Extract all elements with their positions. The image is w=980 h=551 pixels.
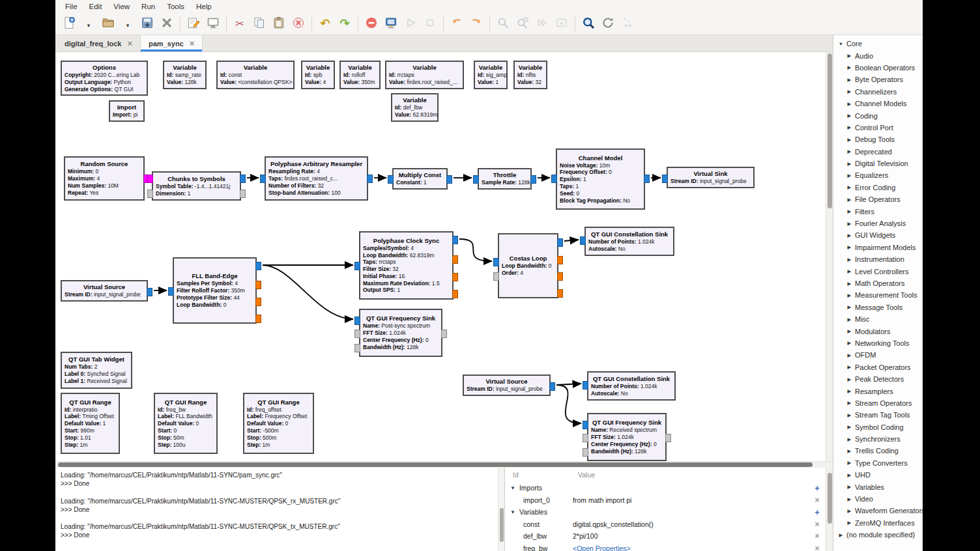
library-category-gui-widgets[interactable]: ▶GUI Widgets [833,229,923,241]
block-options[interactable]: OptionsCopyright: 2020 C...ering LabOutp… [61,61,148,96]
chevron-collapsed-icon[interactable]: ▶ [846,148,853,154]
library-category-error-coding[interactable]: ▶Error Coding [833,182,923,193]
fast-forward-button[interactable] [532,15,552,33]
menu-help[interactable]: Help [190,1,218,12]
library-category-zeromq-interfaces[interactable]: ▶ZeroMQ Interfaces [833,517,923,529]
chevron-collapsed-icon[interactable]: ▶ [846,520,853,526]
blue-port-in[interactable] [551,175,557,183]
gray-port-out[interactable] [441,330,447,338]
chevron-collapsed-icon[interactable]: ▶ [846,161,853,167]
chevron-collapsed-icon[interactable]: ▶ [846,137,853,143]
library-category-core[interactable]: ▼Core [833,38,923,49]
tab-close-icon[interactable]: × [190,38,195,48]
menu-file[interactable]: File [59,1,83,12]
library-category-level-controllers[interactable]: ▶Level Controllers [833,265,923,277]
menu-view[interactable]: View [108,1,136,12]
library-category-video[interactable]: ▶Video [833,493,923,505]
add-button[interactable]: + [809,483,826,493]
block-polyphase-arbitrary-resampler[interactable]: Polyphase Arbitrary ResamplerResampling … [265,156,368,201]
blue-port-out[interactable] [549,382,555,391]
chevron-collapsed-icon[interactable]: ▶ [846,208,853,214]
chevron-collapsed-icon[interactable]: ▶ [846,53,853,59]
library-category-message-tools[interactable]: ▶Message Tools [833,302,923,313]
chevron-collapsed-icon[interactable]: ▶ [846,184,853,190]
open-flowgraph-button[interactable] [98,15,118,33]
flowgraph-properties-button[interactable] [184,15,203,33]
connection-wire[interactable] [564,240,579,241]
connection-wire[interactable] [459,239,492,261]
blue-port-out[interactable] [644,175,650,183]
remove-button[interactable]: × [809,544,826,551]
find-block-button[interactable] [579,15,598,33]
library-category-uhd[interactable]: ▶UHD [833,469,923,481]
block-polyphase-clock-sync[interactable]: Polyphase Clock SyncSamples/Symbol: 4Loo… [359,231,454,300]
blue-port-in[interactable] [583,381,588,389]
close-tab-button[interactable] [157,15,177,33]
console-scrollbar[interactable] [498,468,504,551]
blue-port-in[interactable] [354,262,360,270]
chevron-collapsed-icon[interactable]: ▶ [846,496,853,502]
connection-wire[interactable] [263,265,353,319]
chevron-collapsed-icon[interactable]: ▶ [846,101,853,107]
redo-button[interactable]: ↷ [335,15,354,33]
chevron-collapsed-icon[interactable]: ▶ [846,472,853,478]
blue-port-out[interactable] [530,175,536,184]
library-category-symbol-coding[interactable]: ▶Symbol Coding [833,421,923,433]
expander-triangle-icon[interactable]: ▼ [510,509,515,515]
block-variable-const[interactable]: VariableId: constValue: <constellation Q… [216,61,295,89]
expander-triangle-icon[interactable]: ▼ [510,485,515,491]
chevron-collapsed-icon[interactable]: ▶ [846,124,853,130]
chevron-expanded-icon[interactable]: ▼ [837,41,844,47]
block-channel-model[interactable]: Channel ModelNoise Voltage: 10mFrequency… [556,148,645,210]
block-qt-gui-constellation-sink-bottom[interactable]: QT GUI Constellation SinkNumber of Point… [587,371,676,401]
generate-button[interactable] [381,15,401,33]
variables-row-def-lbw[interactable]: def_lbw2*pi/100× [505,530,826,543]
chevron-collapsed-icon[interactable]: ▶ [846,508,853,514]
undo-button[interactable]: ↶ [315,15,335,33]
block-virtual-source-mid[interactable]: Virtual SourceStream ID: input_signal_pr… [61,280,148,302]
blue-port-out[interactable] [240,175,246,183]
open-properties-link[interactable]: <Open Properties> [570,544,809,551]
blue-port-out[interactable] [147,288,152,296]
block-qt-gui-frequency-sink-received[interactable]: QT GUI Frequency SinkName: Received spec… [587,413,667,461]
gray-port-in[interactable] [583,448,588,457]
chevron-collapsed-icon[interactable]: ▶ [846,460,853,466]
reload-blocks-button[interactable] [598,15,618,33]
blue-port-in[interactable] [168,287,174,296]
block-virtual-sink[interactable]: Virtual SinkStream ID: input_signal_prob… [667,167,755,188]
chevron-collapsed-icon[interactable]: ▶ [846,89,853,94]
chevron-collapsed-icon[interactable]: ▶ [846,424,853,430]
rotate-ccw-button[interactable] [447,15,467,33]
errors-button[interactable] [362,15,381,33]
chevron-collapsed-icon[interactable]: ▶ [846,448,853,454]
zoom-in-button[interactable] [493,15,513,33]
block-variable-rolloff[interactable]: VariableId: rolloffValue: 350m [339,61,381,89]
save-button[interactable] [137,15,157,33]
orange-port-out[interactable] [557,256,563,264]
execute-button[interactable] [401,15,420,33]
cut-button[interactable]: ✂ [230,15,250,33]
blue-port-in[interactable] [260,175,266,183]
remove-button[interactable]: × [809,496,826,505]
chevron-collapsed-icon[interactable]: ▶ [846,233,853,238]
chevron-collapsed-icon[interactable]: ▶ [846,197,853,203]
gray-port-in[interactable] [354,330,360,338]
console-scrollbar-thumb[interactable] [500,508,504,542]
remove-button[interactable]: × [809,520,826,529]
library-category-variables[interactable]: ▶Variables [833,481,923,492]
library-category-ofdm[interactable]: ▶OFDM [833,349,923,361]
gray-port-in[interactable] [493,272,499,281]
blue-port-in[interactable] [388,175,394,184]
kill-button[interactable] [420,15,440,33]
block-variable-sig_amp[interactable]: VariableId: sig_ampValue: 1 [474,61,508,89]
library-category-misc[interactable]: ▶Misc [833,313,923,325]
chevron-collapsed-icon[interactable]: ▶ [846,257,853,262]
chevron-collapsed-icon[interactable]: ▶ [846,400,853,406]
chevron-collapsed-icon[interactable]: ▶ [837,532,844,538]
variables-scrollbar[interactable] [826,468,833,551]
block-variable-nflts[interactable]: VariableId: nfltsValue: 32 [513,61,547,89]
chevron-collapsed-icon[interactable]: ▶ [846,388,853,394]
snapshot-button[interactable] [552,15,571,33]
orange-port-out[interactable] [255,315,261,323]
gray-port-out[interactable] [240,190,246,198]
